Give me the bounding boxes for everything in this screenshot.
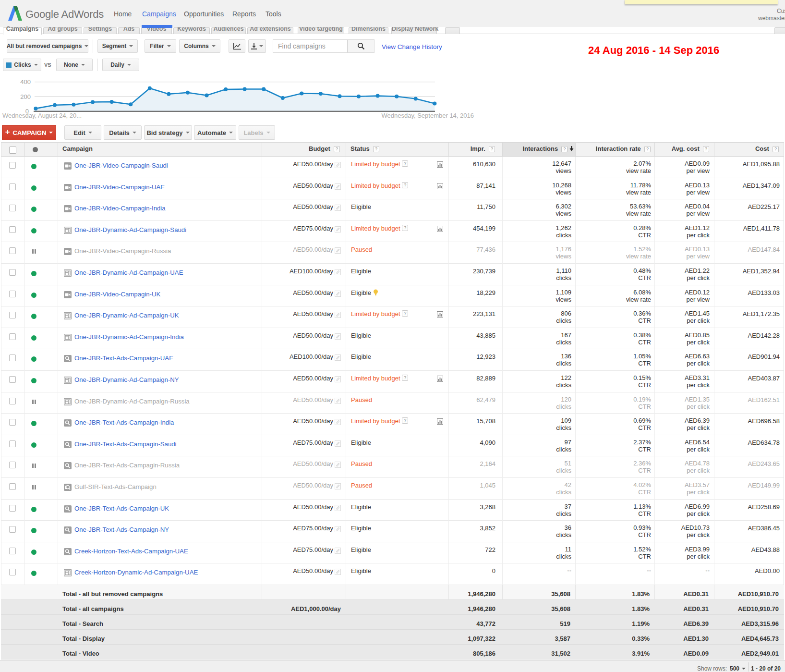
svg-text:400: 400 — [20, 78, 31, 86]
svg-text:Wednesday, August 24, 20...: Wednesday, August 24, 20... — [2, 112, 82, 119]
svg-text:Wednesday, September 14, 2016: Wednesday, September 14, 2016 — [382, 112, 474, 119]
svg-text:200: 200 — [20, 93, 31, 100]
